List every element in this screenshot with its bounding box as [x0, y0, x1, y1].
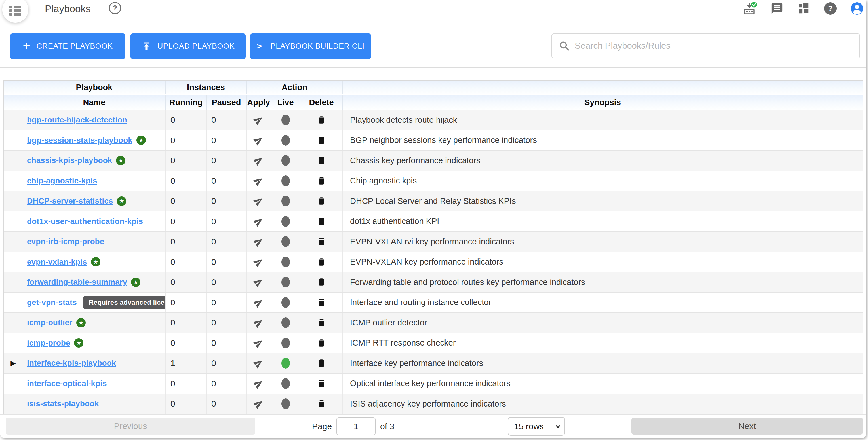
playbook-name-cell: forwarding-table-summary ★	[23, 272, 166, 292]
apply-paper-plane-icon[interactable]	[252, 113, 265, 127]
delete-cell	[300, 110, 343, 130]
live-indicator	[281, 317, 290, 328]
row-expander-cell	[4, 272, 23, 292]
apply-paper-plane-icon[interactable]	[252, 357, 265, 370]
delete-trash-icon[interactable]	[316, 277, 326, 287]
playbook-link[interactable]: DHCP-server-statistics	[27, 197, 113, 206]
playbook-link[interactable]: interface-kpis-playbook	[27, 359, 116, 368]
delete-trash-icon[interactable]	[316, 257, 326, 267]
synopsis-column-header: Synopsis	[343, 95, 863, 110]
playbook-link[interactable]: bgp-session-stats-playbook	[27, 136, 132, 145]
expand-triangle-icon[interactable]: ▶	[10, 360, 16, 367]
apply-paper-plane-icon[interactable]	[252, 397, 265, 410]
playbook-link[interactable]: chassis-kpis-playbook	[27, 156, 112, 165]
page-indicator: Page of 3	[312, 415, 394, 439]
apply-cell	[247, 232, 271, 252]
playbook-link[interactable]: get-vpn-stats	[27, 298, 77, 307]
delete-trash-icon[interactable]	[316, 358, 326, 368]
delete-cell	[300, 353, 343, 373]
paused-count: 0	[207, 110, 247, 130]
delete-trash-icon[interactable]	[316, 216, 326, 226]
playbook-link[interactable]: isis-stats-playbook	[27, 399, 99, 408]
delete-trash-icon[interactable]	[316, 379, 326, 388]
paused-count: 0	[207, 191, 247, 211]
next-page-button[interactable]: Next	[631, 417, 863, 435]
apply-paper-plane-icon[interactable]	[252, 195, 265, 208]
delete-trash-icon[interactable]	[316, 115, 326, 125]
delete-trash-icon[interactable]	[316, 196, 326, 206]
delete-trash-icon[interactable]	[316, 136, 326, 145]
playbook-name-cell: bgp-route-hijack-detection	[23, 110, 166, 130]
apply-paper-plane-icon[interactable]	[252, 154, 265, 167]
certified-star-badge: ★	[74, 338, 83, 347]
table-row: bgp-session-stats-playbook ★ 0 0 BGP nei	[4, 130, 863, 151]
playbook-link[interactable]: dot1x-user-authentication-kpis	[27, 217, 143, 226]
playbook-name-cell: dot1x-user-authentication-kpis	[23, 211, 166, 232]
apply-paper-plane-icon[interactable]	[252, 296, 265, 309]
page-help-icon[interactable]: ?	[109, 2, 121, 14]
delete-trash-icon[interactable]	[316, 318, 326, 328]
dashboard-grid-icon[interactable]	[797, 1, 811, 15]
row-expander-cell	[4, 232, 23, 252]
playbook-link[interactable]: evpn-irb-icmp-probe	[27, 237, 104, 246]
playbook-name-cell: interface-kpis-playbook	[23, 353, 166, 373]
delete-trash-icon[interactable]	[316, 237, 326, 246]
delete-trash-icon[interactable]	[316, 156, 326, 165]
device-update-status-icon[interactable]	[743, 1, 757, 15]
delete-cell	[300, 252, 343, 272]
apply-paper-plane-icon[interactable]	[252, 214, 265, 228]
playbook-link[interactable]: icmp-probe	[27, 339, 70, 347]
apply-cell	[247, 252, 271, 272]
rows-per-page-dropdown[interactable]: 15 rows	[508, 421, 554, 431]
previous-page-button[interactable]: Previous	[6, 417, 255, 435]
synopsis-cell: ICMP outlier detector	[343, 313, 863, 333]
playbook-link[interactable]: bgp-route-hijack-detection	[27, 115, 127, 125]
delete-trash-icon[interactable]	[316, 338, 326, 348]
delete-trash-icon[interactable]	[316, 298, 326, 307]
create-playbook-button[interactable]: + CREATE PLAYBOOK	[10, 33, 125, 59]
delete-cell	[300, 394, 343, 414]
apply-paper-plane-icon[interactable]	[252, 235, 265, 248]
playbook-link[interactable]: evpn-vxlan-kpis	[27, 258, 87, 267]
delete-cell	[300, 313, 343, 333]
playbook-link[interactable]: icmp-outlier	[27, 318, 72, 327]
search-input[interactable]	[575, 34, 860, 58]
synopsis-text: EVPN-VXLAN rvi key performance indicator…	[350, 237, 514, 246]
apply-paper-plane-icon[interactable]	[252, 377, 265, 390]
delete-trash-icon[interactable]	[316, 176, 326, 186]
delete-cell	[300, 130, 343, 150]
feedback-chat-icon[interactable]	[770, 1, 784, 15]
certified-star-badge: ★	[116, 156, 125, 165]
upload-playbook-button[interactable]: UPLOAD PLAYBOOK	[130, 33, 246, 59]
live-indicator	[281, 257, 290, 267]
table-row: icmp-probe ★ 0 0 ICMP RTT response check	[4, 333, 863, 353]
playbook-link[interactable]: chip-agnostic-kpis	[27, 176, 97, 185]
running-count: 0	[166, 150, 207, 171]
delete-trash-icon[interactable]	[316, 399, 326, 409]
page-number-input[interactable]	[336, 417, 376, 436]
running-count: 0	[166, 374, 207, 394]
synopsis-text: EVPN-VXLAN key performance indicators	[350, 257, 503, 267]
playbook-link[interactable]: forwarding-table-summary	[27, 277, 127, 286]
apply-paper-plane-icon[interactable]	[252, 174, 265, 188]
paused-column-header: Paused	[207, 95, 247, 110]
apply-cell	[247, 313, 271, 333]
help-icon[interactable]: ?	[823, 1, 837, 15]
playbook-name-cell: icmp-outlier ★	[23, 313, 166, 333]
apply-paper-plane-icon[interactable]	[252, 316, 265, 330]
row-expander-cell	[4, 211, 23, 232]
apply-paper-plane-icon[interactable]	[252, 336, 265, 349]
user-avatar[interactable]	[850, 1, 864, 15]
playbook-link[interactable]: interface-optical-kpis	[27, 379, 107, 388]
row-expander-cell	[4, 150, 23, 171]
apply-cell	[247, 353, 271, 373]
live-indicator	[281, 135, 290, 146]
running-count: 0	[166, 232, 207, 252]
synopsis-cell: Playbook detects route hijack	[343, 110, 863, 130]
apply-paper-plane-icon[interactable]	[252, 134, 265, 147]
apply-paper-plane-icon[interactable]	[252, 276, 265, 289]
paused-count: 0	[207, 272, 247, 292]
live-indicator	[281, 277, 290, 287]
playbook-builder-cli-button[interactable]: >_ PLAYBOOK BUILDER CLI	[250, 33, 371, 59]
apply-paper-plane-icon[interactable]	[252, 255, 265, 269]
